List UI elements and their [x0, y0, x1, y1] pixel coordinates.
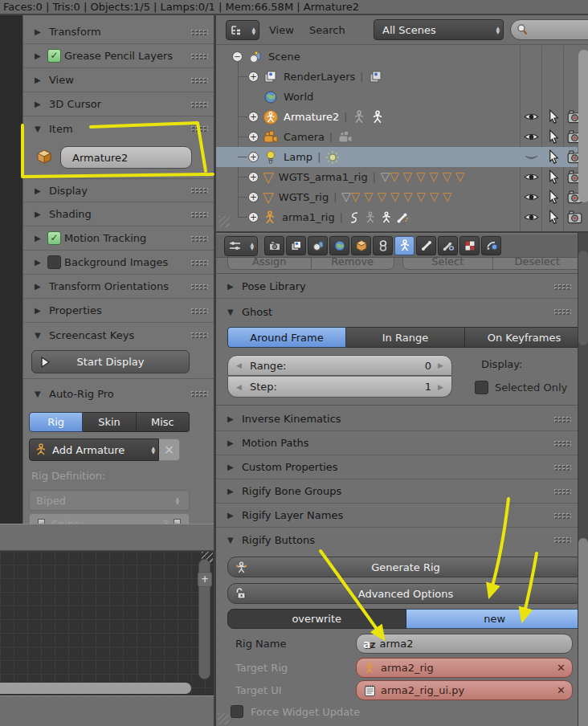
grip-icon[interactable]: [553, 488, 571, 495]
panel-background-images[interactable]: ▶ Background Images: [23, 251, 214, 275]
grip-icon[interactable]: [553, 416, 571, 422]
panel-rigify-bone-groups[interactable]: ▶ Rigify Bone Groups: [216, 479, 578, 504]
grip-icon[interactable]: [190, 125, 208, 132]
scenes-filter-dropdown[interactable]: All Scenes ▲▼: [374, 19, 504, 40]
ghost-range-slider[interactable]: ◀ Range: 0 ▶: [227, 355, 452, 376]
panel-3d-cursor[interactable]: ▶ 3D Cursor: [23, 92, 214, 116]
panel-rigify-buttons[interactable]: ▼ Rigify Buttons: [216, 528, 578, 552]
ghost-mode-on-keyframes[interactable]: On Keyframes: [465, 327, 584, 348]
editor-type-dropdown[interactable]: ▲▼: [226, 20, 259, 40]
visibility-eye-icon[interactable]: [524, 169, 539, 185]
clear-icon[interactable]: ✕: [557, 684, 566, 696]
target-ui-field[interactable]: arma2_rig_ui.py ✕: [356, 680, 573, 700]
clear-armature-button[interactable]: ✕: [159, 438, 180, 461]
visibility-eye-icon[interactable]: [524, 190, 539, 205]
grip-icon[interactable]: [190, 308, 208, 314]
new-button[interactable]: new: [406, 609, 585, 629]
outliner-scrollbar[interactable]: [578, 50, 588, 202]
panel-properties[interactable]: ▶ Properties: [23, 299, 214, 323]
selectable-cursor-icon[interactable]: [546, 109, 561, 124]
expand-icon[interactable]: +: [248, 132, 259, 142]
tab-render-layers-icon[interactable]: [286, 236, 306, 255]
grip-icon[interactable]: [553, 283, 571, 290]
grip-icon[interactable]: [190, 259, 208, 266]
start-display-button[interactable]: Start Display: [31, 350, 190, 373]
panel-pose-library[interactable]: ▶ Pose Library: [216, 275, 578, 299]
grip-icon[interactable]: [553, 308, 571, 315]
force-widget-update-option[interactable]: Force Widget Update: [231, 705, 360, 718]
area-resize-grip[interactable]: [218, 216, 230, 227]
tab-armature-data-icon[interactable]: [394, 236, 414, 255]
grip-icon[interactable]: [190, 332, 208, 338]
deselect-button[interactable]: Deselect: [493, 258, 582, 269]
add-button[interactable]: +: [198, 572, 212, 587]
expand-icon[interactable]: +: [248, 71, 259, 82]
selectable-cursor-icon[interactable]: [546, 169, 561, 185]
grip-icon[interactable]: [190, 77, 208, 84]
outliner-search-field[interactable]: [510, 19, 588, 40]
checkbox-checked-icon[interactable]: ✓: [47, 49, 61, 63]
outliner-row-wgts-rig[interactable]: + ▽ WGTS_rig | ▽ ▽ ▽ ▽ ▽ ▽ ▽ ▽ ▽: [216, 187, 578, 207]
editor-type-dropdown[interactable]: ▲▼: [224, 236, 258, 256]
visibility-eye-icon[interactable]: [524, 129, 539, 145]
rig-name-field[interactable]: az arma2: [356, 634, 573, 654]
outliner-row-world[interactable]: World: [216, 87, 578, 107]
checkbox-unchecked-icon[interactable]: [475, 381, 488, 394]
renderable-camera-icon[interactable]: [567, 210, 582, 225]
panel-motion-paths[interactable]: ▶ Motion Paths: [216, 431, 578, 455]
tab-constraints-icon[interactable]: [373, 236, 393, 255]
grip-icon[interactable]: [190, 101, 208, 108]
tab-physics-icon[interactable]: [481, 236, 501, 255]
ghost-mode-around-frame[interactable]: Around Frame: [227, 327, 346, 348]
panel-custom-properties[interactable]: ▶ Custom Properties: [216, 455, 578, 479]
advanced-options-button[interactable]: Advanced Options: [227, 583, 584, 604]
visibility-eye-closed-icon[interactable]: [524, 149, 539, 165]
outliner-row-arma1-rig[interactable]: + arma1_rig |: [216, 207, 578, 227]
outliner-row-camera[interactable]: + Camera |: [216, 127, 578, 147]
selectable-cursor-icon[interactable]: [546, 129, 561, 145]
clear-icon[interactable]: ✕: [557, 662, 566, 674]
collapse-icon[interactable]: −: [232, 51, 243, 62]
tab-scene-icon[interactable]: [308, 236, 328, 255]
grip-icon[interactable]: [190, 53, 208, 59]
ghost-step-slider[interactable]: ◀ Step: 1 ▶: [227, 377, 452, 398]
horizontal-scrollbar[interactable]: [0, 683, 191, 694]
remove-button[interactable]: Remove: [312, 258, 394, 269]
properties-scrollbar-thumb[interactable]: [578, 538, 588, 726]
grip-icon[interactable]: [553, 440, 571, 447]
area-resize-grip[interactable]: [218, 713, 229, 724]
grip-icon[interactable]: [553, 464, 571, 471]
outliner-row-renderlayers[interactable]: + RenderLayers |: [216, 67, 578, 87]
grip-icon[interactable]: [553, 536, 571, 543]
panel-motion-tracking[interactable]: ▶ ✓ Motion Tracking: [23, 226, 214, 251]
panel-grease-pencil[interactable]: ▶ ✓ Grease Pencil Layers: [23, 44, 214, 68]
panel-shading[interactable]: ▶ Shading: [23, 202, 214, 226]
assign-button[interactable]: Assign: [228, 258, 312, 269]
menu-search[interactable]: Search: [309, 24, 345, 36]
expand-icon[interactable]: +: [248, 112, 259, 122]
properties-scrollbar-thumb[interactable]: [578, 251, 588, 345]
outliner-row-wgts-arma1-rig[interactable]: + ▽ WGTS_arma1_rig | ▽ ▽ ▽ ▽ ▽ ▽ ▽: [216, 167, 578, 187]
visibility-eye-icon[interactable]: [524, 109, 539, 124]
tab-misc[interactable]: Misc: [137, 412, 190, 432]
tab-object-icon[interactable]: [351, 236, 371, 255]
panel-rigify-layer-names[interactable]: ▶ Rigify Layer Names: [216, 504, 578, 528]
selectable-cursor-icon[interactable]: [546, 190, 561, 205]
checkbox-checked-icon[interactable]: ✓: [47, 231, 61, 245]
checkbox-unchecked-icon[interactable]: [231, 705, 243, 718]
expand-icon[interactable]: +: [248, 152, 259, 162]
outliner-row-scene[interactable]: − Scene: [216, 47, 578, 67]
ghost-mode-in-range[interactable]: In Range: [346, 327, 465, 348]
menu-view[interactable]: View: [269, 24, 294, 36]
panel-transform-orientations[interactable]: ▶ Transform Orientations: [23, 275, 214, 299]
tab-texture-icon[interactable]: [459, 236, 480, 255]
tab-world-icon[interactable]: [329, 236, 349, 255]
spine-slider[interactable]: ◀ Spine: 3 ▶: [29, 513, 190, 524]
selectable-cursor-icon[interactable]: [546, 210, 561, 225]
tab-skin[interactable]: Skin: [83, 412, 136, 432]
outliner-row-lamp[interactable]: + Lamp |: [216, 147, 578, 167]
tab-bone-constraint-icon[interactable]: [438, 236, 458, 255]
select-button[interactable]: Select: [403, 258, 493, 269]
panel-screencast-keys[interactable]: ▼ Screencast Keys: [23, 323, 214, 347]
grip-icon[interactable]: [190, 235, 208, 242]
